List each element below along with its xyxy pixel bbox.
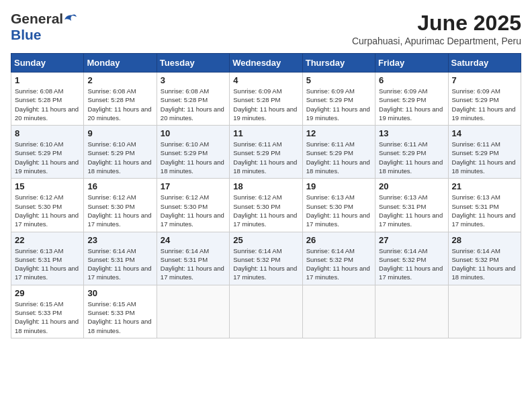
day-number: 22 — [15, 235, 80, 245]
day-info: Sunrise: 6:14 AMSunset: 5:32 PMDaylight:… — [379, 246, 444, 282]
day-number: 30 — [87, 288, 152, 298]
calendar-header: SundayMondayTuesdayWednesdayThursdayFrid… — [11, 54, 521, 73]
day-number: 9 — [87, 128, 152, 138]
day-info: Sunrise: 6:08 AMSunset: 5:28 PMDaylight:… — [87, 87, 152, 122]
calendar-cell: 12Sunrise: 6:11 AMSunset: 5:29 PMDayligh… — [302, 126, 375, 179]
day-info: Sunrise: 6:11 AMSunset: 5:29 PMDaylight:… — [306, 140, 371, 175]
day-info: Sunrise: 6:14 AMSunset: 5:31 PMDaylight:… — [161, 246, 226, 282]
day-info: Sunrise: 6:15 AMSunset: 5:33 PMDaylight:… — [87, 300, 152, 335]
day-info: Sunrise: 6:12 AMSunset: 5:30 PMDaylight:… — [233, 193, 298, 228]
day-number: 28 — [452, 235, 517, 245]
calendar-cell — [375, 285, 448, 338]
calendar-cell: 25Sunrise: 6:14 AMSunset: 5:32 PMDayligh… — [230, 232, 302, 285]
calendar-cell: 4Sunrise: 6:09 AMSunset: 5:28 PMDaylight… — [230, 73, 302, 126]
calendar-week-row: 22Sunrise: 6:13 AMSunset: 5:31 PMDayligh… — [11, 232, 521, 285]
title-block: June 2025 Curpahuasi, Apurimac Departmen… — [352, 11, 521, 46]
month-year-title: June 2025 — [352, 11, 521, 36]
day-number: 27 — [379, 235, 444, 245]
calendar-cell: 6Sunrise: 6:09 AMSunset: 5:29 PMDaylight… — [375, 73, 448, 126]
day-info: Sunrise: 6:12 AMSunset: 5:30 PMDaylight:… — [15, 193, 80, 228]
calendar-cell — [157, 285, 229, 338]
weekday-header-monday: Monday — [84, 54, 157, 73]
calendar-cell: 1Sunrise: 6:08 AMSunset: 5:28 PMDaylight… — [11, 73, 84, 126]
calendar-week-row: 8Sunrise: 6:10 AMSunset: 5:29 PMDaylight… — [11, 126, 521, 179]
day-info: Sunrise: 6:11 AMSunset: 5:29 PMDaylight:… — [379, 140, 444, 175]
calendar-cell: 23Sunrise: 6:14 AMSunset: 5:31 PMDayligh… — [84, 232, 157, 285]
calendar-cell — [448, 285, 521, 338]
day-number: 23 — [87, 235, 152, 245]
calendar-week-row: 15Sunrise: 6:12 AMSunset: 5:30 PMDayligh… — [11, 179, 521, 232]
day-info: Sunrise: 6:13 AMSunset: 5:31 PMDaylight:… — [379, 193, 444, 228]
calendar-cell: 11Sunrise: 6:11 AMSunset: 5:29 PMDayligh… — [230, 126, 302, 179]
day-number: 10 — [161, 128, 226, 138]
calendar-cell: 13Sunrise: 6:11 AMSunset: 5:29 PMDayligh… — [375, 126, 448, 179]
calendar-cell: 16Sunrise: 6:12 AMSunset: 5:30 PMDayligh… — [84, 179, 157, 232]
day-number: 6 — [379, 75, 444, 85]
day-info: Sunrise: 6:12 AMSunset: 5:30 PMDaylight:… — [161, 193, 226, 228]
day-info: Sunrise: 6:09 AMSunset: 5:29 PMDaylight:… — [306, 87, 371, 122]
calendar-cell: 3Sunrise: 6:08 AMSunset: 5:28 PMDaylight… — [157, 73, 229, 126]
calendar-cell: 15Sunrise: 6:12 AMSunset: 5:30 PMDayligh… — [11, 179, 84, 232]
day-number: 24 — [161, 235, 226, 245]
day-info: Sunrise: 6:09 AMSunset: 5:28 PMDaylight:… — [233, 87, 298, 122]
calendar-body: 1Sunrise: 6:08 AMSunset: 5:28 PMDaylight… — [11, 73, 521, 338]
day-number: 18 — [233, 181, 298, 191]
day-info: Sunrise: 6:14 AMSunset: 5:32 PMDaylight:… — [452, 246, 517, 282]
day-number: 8 — [15, 128, 80, 138]
logo-bird-icon — [63, 11, 77, 24]
day-number: 12 — [306, 128, 371, 138]
day-number: 7 — [452, 75, 517, 85]
calendar-cell: 14Sunrise: 6:11 AMSunset: 5:29 PMDayligh… — [448, 126, 521, 179]
calendar-cell: 30Sunrise: 6:15 AMSunset: 5:33 PMDayligh… — [84, 285, 157, 338]
calendar-cell: 26Sunrise: 6:14 AMSunset: 5:32 PMDayligh… — [302, 232, 375, 285]
day-number: 5 — [306, 75, 371, 85]
calendar-cell: 5Sunrise: 6:09 AMSunset: 5:29 PMDaylight… — [302, 73, 375, 126]
day-info: Sunrise: 6:15 AMSunset: 5:33 PMDaylight:… — [15, 300, 80, 335]
calendar-week-row: 29Sunrise: 6:15 AMSunset: 5:33 PMDayligh… — [11, 285, 521, 338]
calendar-cell: 17Sunrise: 6:12 AMSunset: 5:30 PMDayligh… — [157, 179, 229, 232]
day-number: 25 — [233, 235, 298, 245]
calendar-cell: 8Sunrise: 6:10 AMSunset: 5:29 PMDaylight… — [11, 126, 84, 179]
day-number: 17 — [161, 181, 226, 191]
day-info: Sunrise: 6:14 AMSunset: 5:31 PMDaylight:… — [87, 246, 152, 282]
calendar-cell: 2Sunrise: 6:08 AMSunset: 5:28 PMDaylight… — [84, 73, 157, 126]
day-number: 4 — [233, 75, 298, 85]
calendar-cell: 18Sunrise: 6:12 AMSunset: 5:30 PMDayligh… — [230, 179, 302, 232]
calendar-cell: 29Sunrise: 6:15 AMSunset: 5:33 PMDayligh… — [11, 285, 84, 338]
day-info: Sunrise: 6:09 AMSunset: 5:29 PMDaylight:… — [452, 87, 517, 122]
weekday-header-tuesday: Tuesday — [157, 54, 229, 73]
day-info: Sunrise: 6:11 AMSunset: 5:29 PMDaylight:… — [233, 140, 298, 175]
day-info: Sunrise: 6:14 AMSunset: 5:32 PMDaylight:… — [306, 246, 371, 282]
calendar-cell: 20Sunrise: 6:13 AMSunset: 5:31 PMDayligh… — [375, 179, 448, 232]
calendar-cell: 24Sunrise: 6:14 AMSunset: 5:31 PMDayligh… — [157, 232, 229, 285]
logo: General Blue — [11, 11, 77, 43]
day-info: Sunrise: 6:08 AMSunset: 5:28 PMDaylight:… — [161, 87, 226, 122]
day-number: 1 — [15, 75, 80, 85]
weekday-header-saturday: Saturday — [448, 54, 521, 73]
weekday-header-wednesday: Wednesday — [230, 54, 302, 73]
day-info: Sunrise: 6:08 AMSunset: 5:28 PMDaylight:… — [15, 87, 80, 122]
day-number: 11 — [233, 128, 298, 138]
day-number: 16 — [87, 181, 152, 191]
weekday-header-row: SundayMondayTuesdayWednesdayThursdayFrid… — [11, 54, 521, 73]
calendar-cell: 21Sunrise: 6:13 AMSunset: 5:31 PMDayligh… — [448, 179, 521, 232]
logo-general-text: General — [11, 11, 63, 27]
day-info: Sunrise: 6:14 AMSunset: 5:32 PMDaylight:… — [233, 246, 298, 282]
calendar-week-row: 1Sunrise: 6:08 AMSunset: 5:28 PMDaylight… — [11, 73, 521, 126]
calendar-cell: 27Sunrise: 6:14 AMSunset: 5:32 PMDayligh… — [375, 232, 448, 285]
day-info: Sunrise: 6:12 AMSunset: 5:30 PMDaylight:… — [87, 193, 152, 228]
weekday-header-thursday: Thursday — [302, 54, 375, 73]
weekday-header-sunday: Sunday — [11, 54, 84, 73]
calendar-cell: 19Sunrise: 6:13 AMSunset: 5:30 PMDayligh… — [302, 179, 375, 232]
weekday-header-friday: Friday — [375, 54, 448, 73]
day-number: 26 — [306, 235, 371, 245]
day-number: 13 — [379, 128, 444, 138]
day-info: Sunrise: 6:10 AMSunset: 5:29 PMDaylight:… — [15, 140, 80, 175]
calendar-cell: 7Sunrise: 6:09 AMSunset: 5:29 PMDaylight… — [448, 73, 521, 126]
calendar-cell — [230, 285, 302, 338]
day-number: 29 — [15, 288, 80, 298]
day-number: 2 — [87, 75, 152, 85]
day-info: Sunrise: 6:13 AMSunset: 5:31 PMDaylight:… — [15, 246, 80, 282]
logo-blue-text: Blue — [11, 27, 42, 42]
calendar-table: SundayMondayTuesdayWednesdayThursdayFrid… — [11, 53, 521, 338]
